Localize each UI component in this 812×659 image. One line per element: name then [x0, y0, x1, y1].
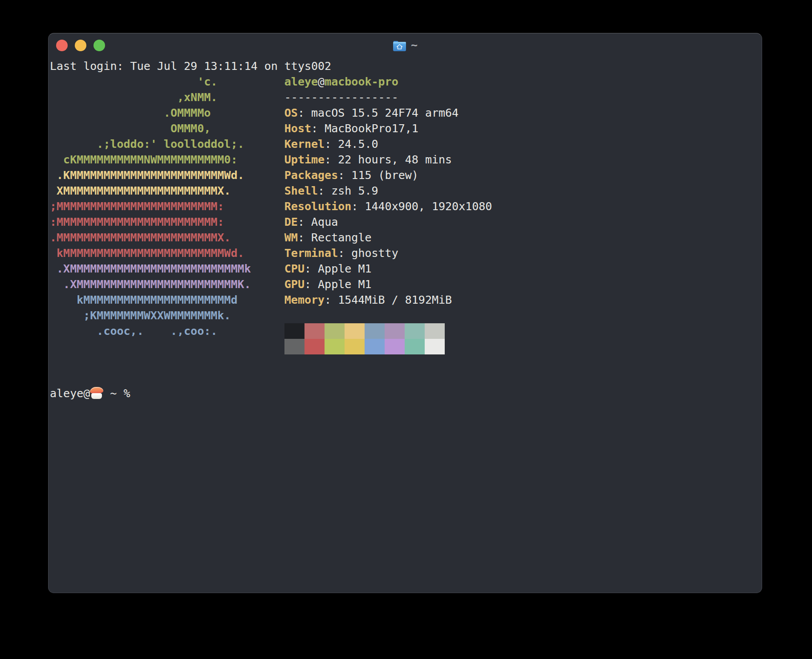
sushi-emoji	[90, 387, 103, 399]
home-folder-icon	[393, 40, 406, 52]
window-title: ~	[411, 33, 418, 57]
terminal-window: ~ Last login: Tue Jul 29 13:11:14 on tty…	[48, 33, 762, 593]
terminal-output[interactable]: Last login: Tue Jul 29 13:11:14 on ttys0…	[50, 58, 760, 591]
titlebar[interactable]: ~	[49, 33, 762, 57]
window-title-group: ~	[49, 33, 762, 57]
